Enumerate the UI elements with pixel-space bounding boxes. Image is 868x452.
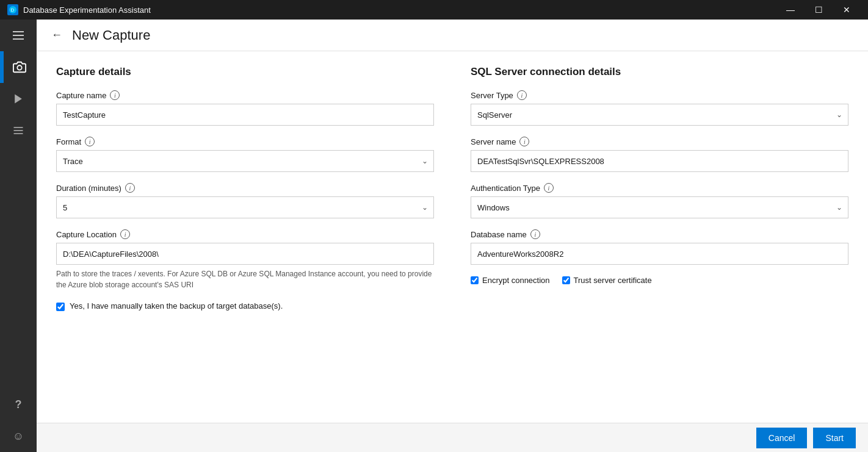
auth-type-select-wrapper: Windows SQL Server ⌄ xyxy=(471,196,848,218)
capture-details-section: Capture details Capture name i Format i xyxy=(56,66,434,408)
app-body: ? ☺ ← New Capture Capture details Captur… xyxy=(0,20,868,452)
duration-label: Duration (minutes) i xyxy=(56,183,434,193)
svg-text:D: D xyxy=(11,7,15,13)
app-title: Database Experimentation Assistant xyxy=(23,5,151,15)
footer: Cancel Start xyxy=(37,423,868,452)
trust-server-certificate-label: Trust server certificate xyxy=(574,276,652,285)
capture-location-input[interactable] xyxy=(56,243,434,265)
capture-location-label: Capture Location i xyxy=(56,229,434,239)
capture-name-label: Capture name i xyxy=(56,90,434,100)
duration-select[interactable]: 5 10 15 30 60 xyxy=(56,196,434,218)
page-title: New Capture xyxy=(72,27,150,43)
start-button[interactable]: Start xyxy=(813,428,856,448)
cancel-button[interactable]: Cancel xyxy=(756,428,808,448)
minimize-button[interactable]: — xyxy=(776,0,805,20)
capture-name-input[interactable] xyxy=(56,104,434,126)
sidebar-item-menu[interactable] xyxy=(0,20,37,51)
capture-details-title: Capture details xyxy=(56,66,434,78)
server-type-select[interactable]: SqlServer Azure SQL DB Azure SQL Managed… xyxy=(471,104,848,126)
sql-connection-title: SQL Server connection details xyxy=(471,66,848,78)
backup-checkbox[interactable] xyxy=(56,303,65,311)
trust-server-certificate-checkbox[interactable] xyxy=(562,276,570,284)
menu-icon xyxy=(13,31,24,40)
form-area: Capture details Capture name i Format i xyxy=(37,51,868,423)
sidebar-item-analysis[interactable] xyxy=(0,115,37,146)
backup-checkbox-row: Yes, I have manually taken the backup of… xyxy=(56,301,434,311)
connection-options-row: Encrypt connection Trust server certific… xyxy=(471,276,848,285)
sidebar-item-replay[interactable] xyxy=(0,83,37,115)
format-info-icon[interactable]: i xyxy=(85,137,95,146)
list-icon xyxy=(12,124,24,137)
encrypt-connection-item: Encrypt connection xyxy=(471,276,550,285)
server-type-info-icon[interactable]: i xyxy=(517,90,527,100)
sidebar-item-capture[interactable] xyxy=(0,51,37,83)
format-select-wrapper: Trace XEvents ⌄ xyxy=(56,150,434,172)
sidebar: ? ☺ xyxy=(0,20,37,452)
app-icon: D xyxy=(7,4,18,15)
maximize-button[interactable]: ☐ xyxy=(805,0,833,20)
capture-location-helper: Path to store the traces / xevents. For … xyxy=(56,268,434,290)
svg-marker-3 xyxy=(15,95,22,104)
backup-checkbox-label: Yes, I have manually taken the backup of… xyxy=(70,301,283,310)
encrypt-connection-checkbox[interactable] xyxy=(471,276,479,284)
feedback-icon: ☺ xyxy=(13,430,24,443)
auth-type-info-icon[interactable]: i xyxy=(544,183,554,193)
capture-name-group: Capture name i xyxy=(56,90,434,126)
format-label: Format i xyxy=(56,137,434,146)
server-name-input[interactable] xyxy=(471,150,848,172)
database-name-label: Database name i xyxy=(471,229,848,239)
capture-location-group: Capture Location i Path to store the tra… xyxy=(56,229,434,290)
sql-connection-section: SQL Server connection details Server Typ… xyxy=(471,66,848,408)
server-type-label: Server Type i xyxy=(471,90,848,100)
sidebar-item-help[interactable]: ? xyxy=(0,389,37,420)
help-icon: ? xyxy=(15,398,22,411)
title-bar-left: D Database Experimentation Assistant xyxy=(7,4,151,15)
encrypt-connection-label: Encrypt connection xyxy=(482,276,550,285)
main-content: ← New Capture Capture details Capture na… xyxy=(37,20,868,452)
close-button[interactable]: ✕ xyxy=(833,0,861,20)
title-bar-controls: — ☐ ✕ xyxy=(776,0,861,20)
database-name-input[interactable] xyxy=(471,243,848,265)
format-group: Format i Trace XEvents ⌄ xyxy=(56,137,434,172)
database-name-group: Database name i xyxy=(471,229,848,265)
server-type-group: Server Type i SqlServer Azure SQL DB Azu… xyxy=(471,90,848,126)
auth-type-label: Authentication Type i xyxy=(471,183,848,193)
auth-type-group: Authentication Type i Windows SQL Server… xyxy=(471,183,848,218)
auth-type-select[interactable]: Windows SQL Server xyxy=(471,196,848,218)
camera-icon xyxy=(13,60,26,74)
server-name-label: Server name i xyxy=(471,137,848,146)
sidebar-bottom: ? ☺ xyxy=(0,389,37,452)
svg-point-2 xyxy=(17,65,21,70)
page-header: ← New Capture xyxy=(37,20,868,51)
duration-group: Duration (minutes) i 5 10 15 30 60 ⌄ xyxy=(56,183,434,218)
title-bar: D Database Experimentation Assistant — ☐… xyxy=(0,0,868,20)
back-button[interactable]: ← xyxy=(49,26,65,44)
trust-cert-item: Trust server certificate xyxy=(562,276,652,285)
sidebar-item-feedback[interactable]: ☺ xyxy=(0,420,37,452)
format-select[interactable]: Trace XEvents xyxy=(56,150,434,172)
database-name-info-icon[interactable]: i xyxy=(530,229,540,239)
server-name-info-icon[interactable]: i xyxy=(519,137,529,146)
duration-select-wrapper: 5 10 15 30 60 ⌄ xyxy=(56,196,434,218)
play-icon xyxy=(12,93,24,105)
capture-name-info-icon[interactable]: i xyxy=(110,90,120,100)
server-type-select-wrapper: SqlServer Azure SQL DB Azure SQL Managed… xyxy=(471,104,848,126)
duration-info-icon[interactable]: i xyxy=(125,183,135,193)
server-name-group: Server name i xyxy=(471,137,848,172)
capture-location-info-icon[interactable]: i xyxy=(120,229,130,239)
